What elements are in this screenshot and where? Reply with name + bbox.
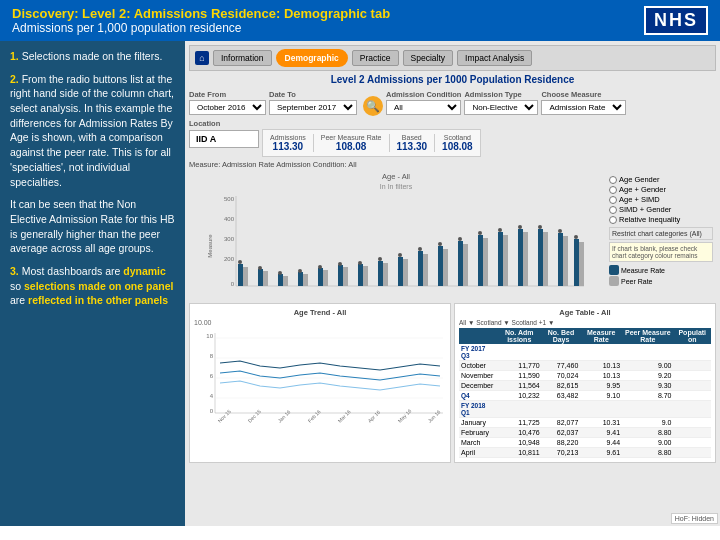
svg-rect-32 [478,235,483,286]
svg-rect-25 [403,259,408,286]
table-row: December 11,564 82,615 9.95 9.30 [459,381,711,391]
date-to-select[interactable]: September 2017 [269,100,357,115]
table-row: November 11,590 70,024 10.13 9.20 [459,371,711,381]
trend-chart-svg: 10 8 6 4 0 [194,328,446,428]
data-table: No. Adm issions No. Bed Days Measure Rat… [459,328,711,458]
svg-point-56 [478,231,482,235]
tab-information[interactable]: Information [213,50,272,66]
svg-rect-23 [383,263,388,286]
svg-text:Nov 15: Nov 15 [216,408,232,424]
radio-age-gender[interactable] [609,176,617,184]
th-pop: Populati on [674,328,711,344]
stat-based: Based 113.30 [392,132,433,154]
svg-point-50 [358,261,362,265]
section-2-num: 2. [10,73,19,85]
radio-relative-inequality[interactable] [609,216,617,224]
svg-point-52 [398,253,402,257]
table-row: FY 2017 Q3 [459,344,711,361]
table-header-row: No. Adm issions No. Bed Days Measure Rat… [459,328,711,344]
admission-condition-label: Admission Condition [386,90,461,99]
date-from-group: Date From October 2016 [189,90,266,115]
tab-demographic[interactable]: Demographic [276,49,348,67]
svg-rect-35 [503,235,508,286]
radio-age-simd[interactable] [609,196,617,204]
th-admissions: No. Adm issions [497,328,542,344]
admission-type-select[interactable]: Non-Elective [464,100,538,115]
svg-point-55 [458,237,462,241]
svg-point-53 [418,247,422,251]
bottom-row: Age Trend - All 10.00 10 8 6 4 0 [189,303,716,463]
svg-rect-29 [443,249,448,286]
table-row: FY 2018 Q1 [459,401,711,418]
table-row: April 10,811 70,213 9.61 8.80 [459,448,711,458]
right-legend-panel: Age Gender Age + Gender Age + SIMD [606,172,716,303]
svg-rect-14 [298,272,303,286]
svg-text:Mar 16: Mar 16 [336,408,351,423]
svg-rect-30 [458,241,463,286]
trend-chart-title: Age Trend - All [194,308,446,317]
svg-rect-27 [423,254,428,286]
svg-text:Feb 16: Feb 16 [306,408,321,423]
home-icon[interactable]: ⌂ [195,51,209,65]
admission-condition-select[interactable]: All [386,100,461,115]
tab-practice[interactable]: Practice [352,50,399,66]
svg-text:Jun 16: Jun 16 [426,409,441,424]
date-from-select[interactable]: October 2016 [189,100,266,115]
restrict-chart: Restrict chart categories (All) [609,227,713,240]
tab-impact-analysis[interactable]: Impact Analysis [457,50,532,66]
svg-point-49 [338,262,342,266]
filter-row: Date From October 2016 Date To September… [189,88,716,116]
svg-rect-39 [543,232,548,286]
svg-rect-41 [563,236,568,286]
section-3: It can be seen that the Non Elective Adm… [10,197,175,256]
date-to-group: Date To September 2017 [269,90,357,115]
bar-chart-container: Age - All In In filters 500 400 300 200 [189,172,603,303]
svg-rect-20 [358,264,363,286]
main-content: 1. Selections made on the filters. 2. Fr… [0,41,720,526]
svg-rect-36 [518,229,523,286]
age-table: Age Table - All All ▼ Scotland ▼ Scotlan… [454,303,716,463]
stats-box: Admissions 113.30 Peer Measure Rate 108.… [262,129,481,157]
svg-rect-21 [363,266,368,286]
measures-row: Measure: Admission Rate Admission Condit… [189,160,716,169]
title-prefix: Discovery: Level 2: Admissions Residence… [12,6,284,21]
th-bed-days: No. Bed Days [542,328,581,344]
th-measure: Measure Rate [580,328,622,344]
svg-text:Dec 15: Dec 15 [246,408,262,424]
tab-specialty[interactable]: Specialty [403,50,454,66]
th-peer: Peer Measure Rate [622,328,673,344]
svg-point-61 [574,235,578,239]
svg-rect-37 [523,232,528,286]
svg-rect-16 [318,268,323,286]
stat-peer-measure: Peer Measure Rate 108.08 [316,132,387,154]
location-label: Location [189,119,259,128]
svg-point-60 [558,229,562,233]
radio-simd-gender[interactable] [609,206,617,214]
svg-rect-12 [278,274,283,286]
svg-text:500: 500 [224,196,235,202]
svg-rect-13 [283,276,288,286]
svg-text:10: 10 [206,333,213,339]
svg-rect-22 [378,261,383,286]
svg-text:Jan 16: Jan 16 [276,409,291,424]
stat-scotland: Scotland 108.08 [437,132,478,154]
svg-point-46 [278,271,282,275]
search-icon[interactable]: 🔍 [363,96,383,116]
legend-item-simd-gender: SIMD + Gender [609,205,713,214]
choose-measure-select[interactable]: Admission Rate [541,100,626,115]
legend-item-age-gender2: Age + Gender [609,185,713,194]
admission-condition-group: Admission Condition All [386,90,461,115]
svg-text:Apr 16: Apr 16 [366,409,381,424]
svg-rect-19 [343,267,348,286]
svg-rect-38 [538,229,543,286]
svg-rect-28 [438,246,443,286]
svg-rect-40 [558,233,563,286]
section-2: 2. From the radio buttons list at the ri… [10,72,175,190]
svg-text:200: 200 [224,256,235,262]
dashboard: ⌂ Information Demographic Practice Speci… [185,41,720,526]
radio-age-gender2[interactable] [609,186,617,194]
svg-rect-24 [398,257,403,286]
section-2-text: From the radio buttons list at the right… [10,73,174,188]
table-row: March 10,948 88,220 9.44 9.00 [459,438,711,448]
table-row: October 11,770 77,460 10.13 9.00 [459,361,711,371]
